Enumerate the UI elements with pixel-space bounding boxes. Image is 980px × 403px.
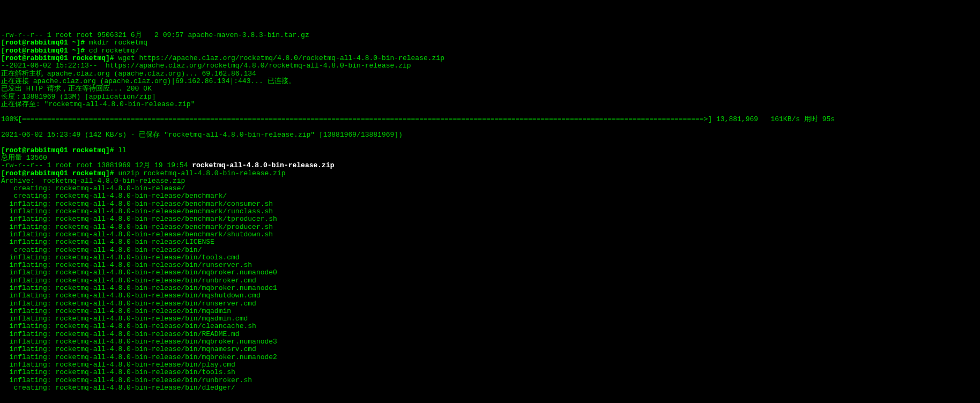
terminal-text-segment: [root@rabbitmq01 rocketmq]# [1, 169, 118, 177]
terminal-line: [root@rabbitmq01 rocketmq]# ll [1, 147, 979, 154]
terminal-line: creating: rocketmq-all-4.8.0-bin-release… [1, 192, 979, 200]
terminal-text-segment: rocketmq-all-4.8.0-bin-release.zip [192, 161, 334, 169]
terminal-line: inflating: rocketmq-all-4.8.0-bin-releas… [1, 262, 979, 269]
terminal-line: 正在解析主机 apache.claz.org (apache.claz.org)… [1, 70, 979, 78]
terminal-text-segment: mkdir rocketmq [89, 39, 147, 47]
terminal-text-segment: [root@rabbitmq01 ~]# [1, 47, 89, 55]
terminal-line [1, 139, 979, 146]
terminal-text-segment: cd rocketmq/ [89, 47, 139, 55]
terminal-line: inflating: rocketmq-all-4.8.0-bin-releas… [1, 238, 979, 246]
terminal-line: -rw-r--r-- 1 root root 13881969 12月 19 1… [1, 162, 979, 169]
terminal-line: --2021-06-02 15:22:13-- https://apache.c… [1, 62, 979, 70]
terminal-line: inflating: rocketmq-all-4.8.0-bin-releas… [1, 323, 979, 330]
terminal-line: inflating: rocketmq-all-4.8.0-bin-releas… [1, 292, 979, 300]
terminal-line: inflating: rocketmq-all-4.8.0-bin-releas… [1, 231, 979, 238]
terminal-text-segment: [root@rabbitmq01 rocketmq]# [1, 54, 118, 62]
terminal-line: creating: rocketmq-all-4.8.0-bin-release… [1, 185, 979, 192]
terminal-line: -rw-r--r-- 1 root root 9506321 6月 2 09:5… [1, 32, 979, 39]
terminal-line: [root@rabbitmq01 ~]# cd rocketmq/ [1, 47, 979, 55]
terminal-line: Archive: rocketmq-all-4.8.0-bin-release.… [1, 177, 979, 185]
terminal-line: inflating: rocketmq-all-4.8.0-bin-releas… [1, 308, 979, 315]
terminal-line: inflating: rocketmq-all-4.8.0-bin-releas… [1, 200, 979, 208]
terminal-text-segment: [root@rabbitmq01 ~]# [1, 39, 89, 47]
terminal-line [1, 108, 979, 116]
terminal-line: inflating: rocketmq-all-4.8.0-bin-releas… [1, 331, 979, 338]
terminal-line: inflating: rocketmq-all-4.8.0-bin-releas… [1, 269, 979, 277]
terminal-text-segment: [root@rabbitmq01 rocketmq]# [1, 146, 118, 154]
terminal-line: [root@rabbitmq01 rocketmq]# unzip rocket… [1, 170, 979, 177]
terminal-line: 2021-06-02 15:23:49 (142 KB/s) - 已保存 "ro… [1, 131, 979, 139]
terminal-line: inflating: rocketmq-all-4.8.0-bin-releas… [1, 361, 979, 369]
terminal-text-segment: unzip rocketmq-all-4.8.0-bin-release.zip [118, 169, 285, 177]
terminal-line: 已发出 HTTP 请求，正在等待回应... 200 OK [1, 85, 979, 93]
terminal-line: creating: rocketmq-all-4.8.0-bin-release… [1, 384, 979, 392]
terminal-output[interactable]: -rw-r--r-- 1 root root 9506321 6月 2 09:5… [1, 32, 979, 392]
terminal-line: inflating: rocketmq-all-4.8.0-bin-releas… [1, 354, 979, 361]
terminal-line: 总用量 13560 [1, 154, 979, 162]
terminal-line: inflating: rocketmq-all-4.8.0-bin-releas… [1, 315, 979, 323]
terminal-line: [root@rabbitmq01 ~]# mkdir rocketmq [1, 39, 979, 47]
terminal-line: inflating: rocketmq-all-4.8.0-bin-releas… [1, 369, 979, 376]
terminal-line: inflating: rocketmq-all-4.8.0-bin-releas… [1, 285, 979, 292]
terminal-line: inflating: rocketmq-all-4.8.0-bin-releas… [1, 223, 979, 231]
terminal-line: 长度：13881969 (13M) [application/zip] [1, 93, 979, 101]
terminal-line: 正在保存至: "rocketmq-all-4.8.0-bin-release.z… [1, 101, 979, 108]
terminal-line: inflating: rocketmq-all-4.8.0-bin-releas… [1, 254, 979, 262]
terminal-line: inflating: rocketmq-all-4.8.0-bin-releas… [1, 215, 979, 223]
terminal-line: inflating: rocketmq-all-4.8.0-bin-releas… [1, 208, 979, 215]
terminal-text-segment: wget https://apache.claz.org/rocketmq/4.… [118, 54, 444, 62]
terminal-line [1, 124, 979, 131]
terminal-text-segment: ll [118, 146, 127, 154]
terminal-line: creating: rocketmq-all-4.8.0-bin-release… [1, 247, 979, 254]
terminal-line: inflating: rocketmq-all-4.8.0-bin-releas… [1, 346, 979, 353]
terminal-text-segment: -rw-r--r-- 1 root root 13881969 12月 19 1… [1, 161, 192, 169]
terminal-line: 100%[===================================… [1, 116, 979, 123]
terminal-line: [root@rabbitmq01 rocketmq]# wget https:/… [1, 55, 979, 62]
terminal-line: inflating: rocketmq-all-4.8.0-bin-releas… [1, 277, 979, 285]
terminal-line: inflating: rocketmq-all-4.8.0-bin-releas… [1, 377, 979, 384]
terminal-line: inflating: rocketmq-all-4.8.0-bin-releas… [1, 300, 979, 308]
terminal-line: inflating: rocketmq-all-4.8.0-bin-releas… [1, 338, 979, 346]
